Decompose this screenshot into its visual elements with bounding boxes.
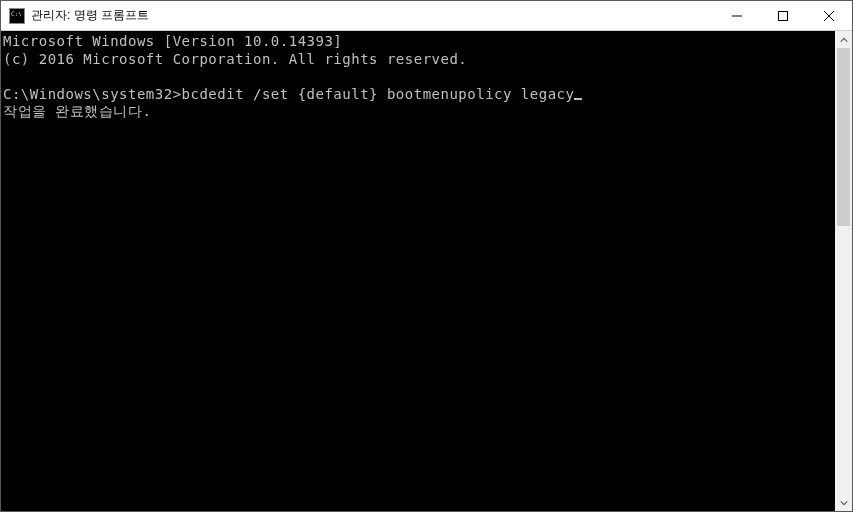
- close-icon: [824, 11, 834, 21]
- chevron-down-icon: [840, 499, 848, 507]
- command-prompt-window: 관리자: 명령 프롬프트 Microsoft Windows [Version …: [0, 0, 853, 512]
- svg-rect-1: [779, 11, 788, 20]
- console-result: 작업을 완료했습니다.: [3, 103, 151, 119]
- minimize-icon: [732, 11, 742, 21]
- close-button[interactable]: [806, 1, 852, 30]
- window-title: 관리자: 명령 프롬프트: [31, 7, 714, 24]
- cmd-icon: [9, 8, 25, 24]
- console-output[interactable]: Microsoft Windows [Version 10.0.14393] (…: [1, 31, 835, 511]
- vertical-scrollbar[interactable]: [835, 31, 852, 511]
- console-prompt: C:\Windows\system32>: [3, 86, 182, 102]
- scroll-down-button[interactable]: [835, 494, 852, 511]
- maximize-button[interactable]: [760, 1, 806, 30]
- console-area: Microsoft Windows [Version 10.0.14393] (…: [1, 31, 852, 511]
- titlebar[interactable]: 관리자: 명령 프롬프트: [1, 1, 852, 31]
- scroll-up-button[interactable]: [835, 31, 852, 48]
- chevron-up-icon: [840, 36, 848, 44]
- minimize-button[interactable]: [714, 1, 760, 30]
- console-command: bcdedit /set {default} bootmenupolicy le…: [182, 86, 575, 102]
- console-line: Microsoft Windows [Version 10.0.14393]: [3, 33, 342, 49]
- window-controls: [714, 1, 852, 30]
- console-line: (c) 2016 Microsoft Corporation. All righ…: [3, 51, 467, 67]
- scroll-thumb[interactable]: [837, 48, 850, 226]
- text-cursor: [574, 98, 582, 100]
- maximize-icon: [778, 11, 788, 21]
- scroll-track[interactable]: [835, 48, 852, 494]
